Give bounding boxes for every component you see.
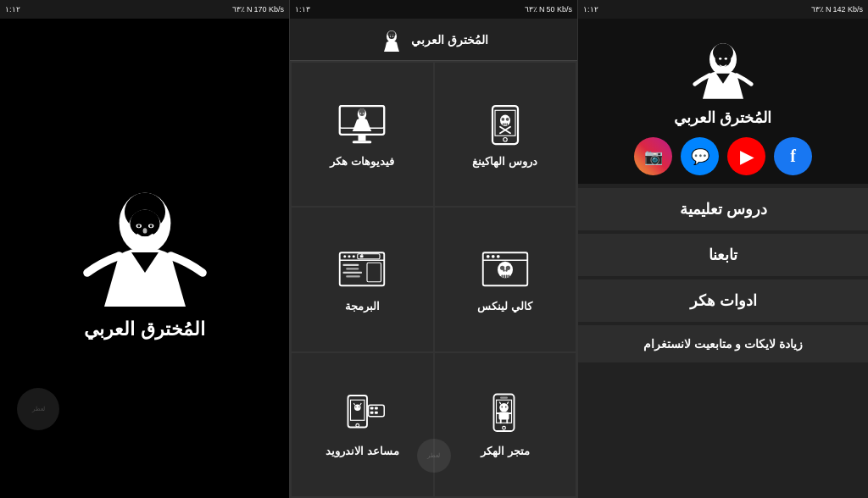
svg-rect-68 [370,412,374,414]
splash-watermark: لعطر [17,388,59,430]
svg-rect-43 [343,264,359,266]
svg-rect-47 [367,263,381,282]
svg-line-82 [507,402,509,405]
svg-rect-56 [501,274,503,278]
svg-point-13 [390,36,392,37]
menu-header-title: المُخترق العربي [411,33,488,47]
svg-point-74 [355,407,357,408]
social-hacker-icon [689,36,757,103]
svg-point-61 [505,269,507,272]
programming-label: البرمجة [345,300,380,313]
svg-line-81 [499,402,501,405]
svg-point-14 [392,36,394,37]
svg-rect-85 [498,412,509,420]
svg-point-93 [715,52,732,66]
svg-point-12 [389,34,395,39]
kali-linux-label: كالي لينكس [477,300,532,313]
svg-rect-79 [500,397,508,399]
svg-point-75 [359,407,360,408]
svg-point-24 [363,113,364,114]
svg-rect-42 [360,255,364,257]
splash-status-bar: ١:١٢ ٦٣٪ N 170 Kb/s [0,0,289,19]
educational-lessons-button[interactable]: دروس تعليمية [578,188,868,230]
svg-point-39 [348,255,351,257]
svg-point-8 [149,224,152,227]
svg-point-51 [492,255,495,258]
social-time: ١:١٢ [583,5,598,14]
social-top-area: المُخترق العربي 📷 💬 ▶ f [578,19,868,184]
menu-panel: ١:١٣ ٦٣٪ N 50 Kb/s المُخترق العربي [289,0,578,498]
svg-point-23 [360,113,362,114]
hack-store-label: متجر الهكر [481,445,530,457]
svg-point-52 [497,255,500,258]
hacking-videos-label: فيديوهات هكر [330,155,394,168]
menu-item-hacking-videos[interactable]: فيديوهات هكر [292,63,433,206]
svg-rect-65 [369,406,385,418]
svg-point-60 [503,269,504,272]
svg-rect-67 [375,407,378,410]
svg-rect-32 [506,123,508,125]
svg-point-40 [353,255,355,257]
follow-us-button[interactable]: تابعنا [578,234,868,276]
svg-rect-44 [347,268,359,269]
svg-point-64 [356,424,359,428]
svg-rect-69 [375,412,378,414]
social-app-title: المُخترق العربي [674,108,771,127]
menu-item-android-helper[interactable]: مساعد الاندرويد [292,353,433,496]
menu-item-hacking-lessons[interactable]: دروس الهاكينغ [435,63,576,206]
svg-point-94 [719,58,721,60]
android-helper-label: مساعد الاندرويد [326,445,399,457]
instagram-boost-button[interactable]: زيادة لايكات و متابعيت لانستغرام [578,325,868,362]
svg-point-29 [506,118,509,121]
svg-point-7 [137,224,140,227]
svg-point-38 [344,255,347,257]
splash-logo-area: المُخترق العربي [77,174,213,340]
svg-point-35 [504,137,508,141]
svg-point-84 [505,407,507,408]
splash-panel: ١:١٢ ٦٣٪ N 170 Kb/s [0,0,289,498]
svg-point-28 [501,118,504,121]
svg-rect-58 [506,274,508,278]
svg-rect-30 [503,123,504,125]
hacking-lessons-icon [480,102,531,148]
hacking-videos-icon [337,102,387,148]
menu-watermark: لعطر [417,439,451,473]
youtube-button[interactable]: ▶ [727,137,765,175]
menu-item-hack-store[interactable]: متجر الهكر [435,353,576,496]
svg-point-50 [487,255,490,258]
svg-rect-59 [508,274,509,278]
menu-grid: فيديوهات هكر [290,61,577,498]
social-status-info: ٦٣٪ N 142 Kb/s [811,5,863,14]
splash-title: المُخترق العربي [84,318,204,340]
svg-rect-45 [343,272,363,274]
instagram-button[interactable]: 📷 [634,137,672,175]
messenger-button[interactable]: 💬 [681,137,719,175]
svg-rect-17 [359,134,366,141]
svg-line-73 [360,403,362,405]
svg-rect-31 [504,123,506,125]
menu-item-kali-linux[interactable]: كالي لينكس [435,208,576,351]
svg-point-4 [142,228,147,233]
menu-header: المُخترق العربي [290,19,577,61]
svg-rect-46 [347,275,361,277]
menu-time: ١:١٣ [295,5,310,14]
svg-point-78 [502,427,505,430]
hack-tools-button[interactable]: ادوات هكر [578,279,868,322]
svg-rect-18 [353,141,372,143]
menu-status-bar: ١:١٣ ٦٣٪ N 50 Kb/s [290,0,577,19]
svg-point-80 [499,403,509,412]
social-status-bar: ١:١٢ ٦٣٪ N 142 Kb/s [578,0,868,19]
kali-linux-icon [480,246,531,293]
svg-point-95 [725,58,727,60]
hacker-logo-icon [77,174,213,310]
facebook-button[interactable]: f [774,137,812,175]
menu-item-programming[interactable]: البرمجة [292,208,433,351]
svg-rect-57 [504,274,505,278]
svg-rect-66 [370,407,374,410]
hack-store-icon [480,391,531,438]
android-helper-icon [337,391,387,438]
menu-header-icon [379,27,404,53]
svg-point-83 [501,407,503,408]
social-icons-row: 📷 💬 ▶ f [634,137,812,175]
menu-status-info: ٦٣٪ N 50 Kb/s [525,5,572,14]
